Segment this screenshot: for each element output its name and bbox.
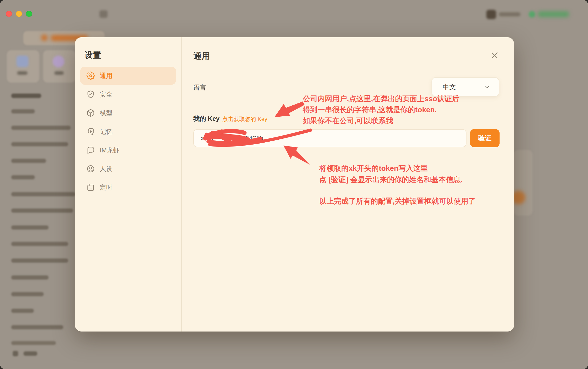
status-text-blur	[538, 11, 569, 17]
history-item-blur	[11, 341, 56, 345]
modal-divider	[181, 37, 182, 332]
chat-bubble-icon	[86, 146, 95, 154]
sidebar-toggle-icon	[99, 10, 108, 18]
nav-item-label: 记忆	[100, 127, 112, 136]
nav-item-model[interactable]: 模型	[80, 104, 176, 122]
status-dot-icon	[529, 11, 535, 18]
gear-icon	[86, 72, 95, 80]
history-item-blur	[11, 126, 71, 130]
shortcut-card-label-blur	[17, 71, 27, 75]
history-section-blur	[11, 94, 41, 98]
cube-icon	[86, 109, 95, 117]
nav-item-im[interactable]: IM龙虾	[80, 141, 176, 159]
nav-item-memory[interactable]: 记忆	[80, 123, 176, 141]
footer-icon-blur	[13, 351, 18, 356]
nav-item-general[interactable]: 通用	[80, 67, 176, 85]
footer-label-blur	[24, 351, 37, 356]
language-label: 语言	[193, 83, 206, 92]
shield-check-icon	[86, 90, 95, 98]
key-value-end: 54C5b	[246, 135, 263, 142]
history-item-blur	[11, 142, 68, 146]
annotation-note-token: 将领取的xk开头的token写入这里 点 [验证] 会显示出来的你的姓名和基本信…	[319, 163, 476, 207]
nav-item-label: 安全	[100, 90, 112, 99]
nav-item-label: IM龙虾	[100, 146, 120, 155]
calendar-icon	[86, 183, 95, 192]
traffic-light-minimize-button[interactable]	[16, 11, 22, 17]
shortcut-card-label-blur	[54, 71, 64, 75]
nav-item-label: 通用	[100, 72, 112, 80]
annotation-note-sso: 公司内网用户,点这里,在弹出的页面上sso认证后 得到一串很长的字符串,这就是你…	[303, 93, 459, 126]
shortcut-card-blue-icon	[16, 56, 28, 67]
shortcut-card-purple-icon	[53, 56, 64, 67]
history-item-blur	[11, 258, 68, 263]
history-item-blur	[11, 159, 46, 163]
verify-button[interactable]: 验证	[470, 129, 500, 147]
history-item-blur	[11, 275, 49, 280]
page-title: 通用	[193, 50, 210, 62]
history-item-blur	[11, 192, 75, 196]
history-item-blur	[11, 209, 73, 213]
history-item-blur	[11, 292, 44, 296]
key-input[interactable]: xkl17 54C5b	[193, 129, 466, 147]
background-card-blur	[514, 150, 533, 216]
settings-modal: 设置 通用 安全 模型	[75, 37, 514, 332]
nav-item-label: 定时	[100, 183, 112, 192]
settings-title: 设置	[85, 49, 101, 61]
traffic-light-zoom-button[interactable]	[26, 11, 32, 17]
nav-item-label: 人设	[100, 165, 112, 173]
my-key-label: 我的 Key	[193, 114, 220, 123]
chevron-down-icon	[484, 84, 490, 90]
new-chat-plus-icon	[41, 35, 48, 41]
key-value-start: xkl17	[201, 135, 214, 142]
nav-item-security[interactable]: 安全	[80, 85, 176, 103]
settings-nav: 通用 安全 模型 记忆	[80, 67, 176, 197]
nav-item-schedule[interactable]: 定时	[80, 178, 176, 197]
history-item-blur	[11, 225, 49, 230]
close-icon[interactable]	[490, 51, 499, 60]
history-item-blur	[11, 325, 63, 329]
user-name-blur	[499, 12, 520, 16]
traffic-light-close-button[interactable]	[6, 11, 12, 17]
nav-item-label: 模型	[100, 109, 112, 117]
history-item-blur	[11, 242, 68, 246]
history-item-blur	[11, 109, 35, 113]
app-window: 设置 通用 安全 模型	[0, 0, 588, 369]
avatar	[486, 10, 496, 19]
memory-icon	[86, 127, 95, 136]
arrow-to-key-link	[274, 101, 305, 117]
get-key-link[interactable]: 点击获取您的 Key	[222, 115, 267, 123]
history-item-blur	[11, 175, 35, 179]
nav-item-persona[interactable]: 人设	[80, 160, 176, 178]
history-item-blur	[11, 309, 34, 313]
arrow-to-key-input	[283, 146, 310, 165]
user-circle-icon	[86, 165, 95, 173]
language-selected-value: 中文	[443, 83, 456, 91]
